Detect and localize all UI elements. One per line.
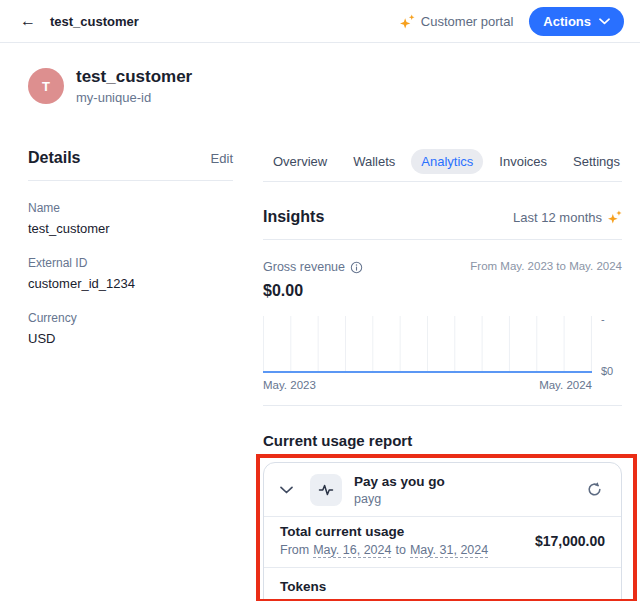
customer-tabs: Overview Wallets Analytics Invoices Sett… [263,149,622,174]
usage-report-section: Pay as you go payg Total current usage [263,462,622,601]
total-usage-row: Total current usage From May. 16, 2024 t… [264,517,621,567]
edit-details-link[interactable]: Edit [211,151,233,166]
topbar-actions: Customer portal Actions [400,7,624,36]
collapse-chevron-button[interactable] [280,486,302,494]
gross-revenue-value: $0.00 [263,282,622,300]
y-axis-min-label: $0 [601,365,613,377]
tab-settings[interactable]: Settings [563,149,630,174]
pulse-icon [310,474,342,506]
period-label: Last 12 months [513,210,602,225]
detail-field-currency: Currency USD [28,311,233,346]
usage-date-from[interactable]: May. 16, 2024 [313,543,391,558]
tab-analytics[interactable]: Analytics [411,149,483,174]
gross-revenue-chart: - $0 [263,316,622,373]
details-divider [28,180,233,181]
field-value: customer_id_1234 [28,276,233,291]
tab-invoices[interactable]: Invoices [489,149,557,174]
period-prefix: From [280,543,309,558]
field-value: test_customer [28,221,233,236]
usage-date-to[interactable]: May. 31, 2024 [410,543,488,558]
customer-portal-label: Customer portal [421,14,513,29]
chart-y-axis: - $0 [592,316,622,373]
refresh-button[interactable] [584,479,605,500]
details-panel: Details Edit Name test_customer External… [28,149,233,601]
actions-button[interactable]: Actions [529,7,624,36]
period-joiner: to [395,543,405,558]
customer-header: T test_customer my-unique-id [28,67,622,105]
topbar: ← test_customer Customer portal Actions [0,0,640,43]
field-label: Currency [28,311,233,325]
insights-bottom-divider [263,405,622,406]
actions-button-label: Actions [543,14,591,29]
gross-revenue-label: Gross revenue [263,260,345,274]
avatar: T [28,68,64,104]
x-axis-last-label: May. 2024 [539,379,592,391]
usage-period: From May. 16, 2024 to May. 31, 2024 [280,543,488,558]
chart-x-axis: May. 2023 May. 2024 [263,379,592,391]
field-label: External ID [28,256,233,270]
y-axis-max-label: - [601,313,605,325]
info-icon[interactable] [350,261,363,274]
tabs-divider [263,181,622,182]
field-label: Name [28,201,233,215]
insights-heading: Insights [263,208,324,226]
tab-overview[interactable]: Overview [263,149,337,174]
back-arrow-icon[interactable]: ← [20,13,36,29]
charge-row: Tokens openai_tokens [264,568,621,601]
customer-portal-link[interactable]: Customer portal [400,14,513,29]
usage-report-heading: Current usage report [263,432,622,449]
sparkle-icon [608,210,622,224]
detail-field-name: Name test_customer [28,201,233,236]
period-selector[interactable]: Last 12 months [513,210,622,225]
sparkle-icon [400,14,415,29]
chart-zero-line [263,371,592,373]
plan-name: Pay as you go [354,474,445,489]
topbar-title: test_customer [50,14,139,29]
charge-code: openai_tokens [280,597,605,601]
details-heading: Details [28,149,80,167]
total-usage-label: Total current usage [280,524,488,539]
metric-date-range: From May. 2023 to May. 2024 [470,260,622,272]
customer-name: test_customer [76,67,192,87]
customer-unique-id: my-unique-id [76,90,192,105]
usage-plan-row: Pay as you go payg [264,463,621,516]
content-columns: Details Edit Name test_customer External… [28,149,622,601]
usage-card: Pay as you go payg Total current usage [263,462,622,601]
tab-wallets[interactable]: Wallets [343,149,405,174]
chevron-down-icon [599,18,610,25]
charge-name: Tokens [280,579,605,594]
detail-field-external-id: External ID customer_id_1234 [28,256,233,291]
chart-plot-area [263,316,592,373]
field-value: USD [28,331,233,346]
analytics-panel: Overview Wallets Analytics Invoices Sett… [263,149,622,601]
x-axis-first-label: May. 2023 [263,379,316,391]
plan-code: payg [354,492,445,506]
insights-divider [263,239,622,240]
total-usage-amount: $17,000.00 [535,533,605,549]
